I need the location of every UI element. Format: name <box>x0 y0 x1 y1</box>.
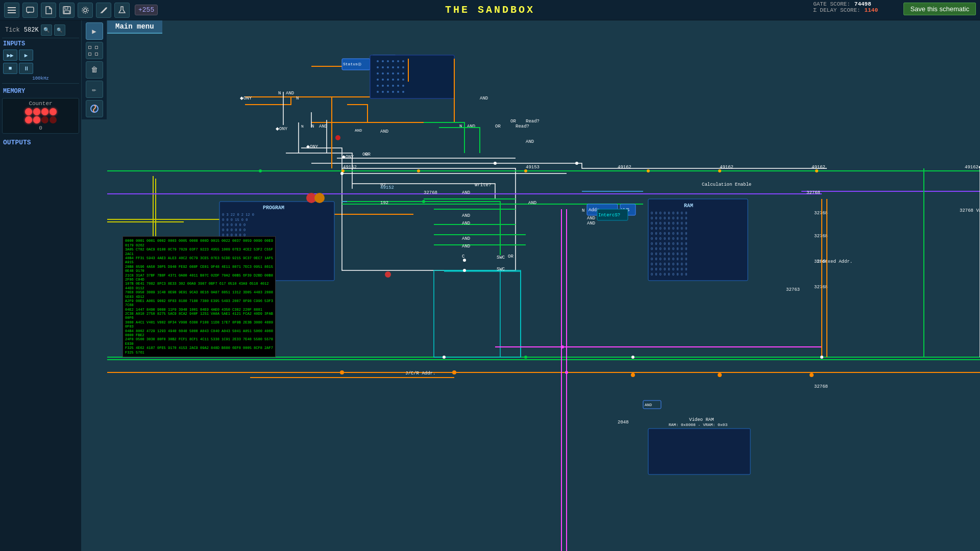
svg-text:IntercS?: IntercS? <box>598 213 620 218</box>
svg-point-51 <box>402 85 404 87</box>
svg-point-113 <box>314 193 325 203</box>
svg-point-45 <box>402 79 404 81</box>
counter-dot-6 <box>33 116 40 123</box>
svg-text:C: C <box>462 254 465 259</box>
svg-point-22 <box>377 60 379 62</box>
svg-point-163 <box>575 162 578 165</box>
svg-point-179 <box>718 373 722 377</box>
svg-text:49162: 49162 <box>720 165 733 170</box>
svg-point-40 <box>377 79 379 81</box>
counter-dot-7 <box>41 116 48 123</box>
svg-text:N: N <box>301 124 304 129</box>
delete-tool-button[interactable]: 🗑 <box>86 61 103 79</box>
svg-point-168 <box>631 356 634 359</box>
svg-text:AND: AND <box>480 96 488 101</box>
left-tools: ▶ 🗑 ✏ <box>82 20 107 119</box>
pause-button[interactable]: ⏸ <box>19 63 33 74</box>
canvas-area[interactable]: Main menu <box>107 20 980 551</box>
svg-text:AND: AND <box>587 216 595 221</box>
svg-point-56 <box>397 91 399 93</box>
svg-text:32768: 32768 <box>424 190 437 195</box>
svg-text:OR: OR <box>495 124 501 129</box>
svg-text:AND: AND <box>319 124 327 129</box>
svg-text:Read?: Read? <box>516 124 529 129</box>
counter-dot-5 <box>25 116 32 123</box>
svg-text:◆ONY: ◆ONY <box>240 96 252 101</box>
svg-text:AND: AND <box>467 124 475 129</box>
select-tool-button[interactable]: ▶ <box>86 22 103 40</box>
svg-text:32768: 32768 <box>814 234 828 239</box>
svg-text:AND: AND <box>462 190 470 195</box>
svg-text:0 0 0 0 0 0 0 0 0: 0 0 0 0 0 0 0 0 0 <box>651 257 687 261</box>
svg-text:AND: AND <box>462 236 470 241</box>
fast-forward-button[interactable]: ▶▶ <box>3 49 17 61</box>
svg-point-159 <box>647 169 650 172</box>
wrench-button[interactable] <box>96 3 111 18</box>
tick-value: 582K <box>24 27 39 34</box>
svg-text:Read?: Read? <box>526 119 540 124</box>
svg-text:AND: AND <box>462 221 470 226</box>
hamburger-menu-button[interactable] <box>4 3 19 18</box>
svg-point-8 <box>82 7 88 13</box>
svg-point-23 <box>382 60 384 62</box>
main-menu-bar[interactable]: Main menu <box>107 20 162 34</box>
inputs-label: INPUTS <box>2 38 79 48</box>
counter-dots <box>5 108 77 123</box>
play-button[interactable]: ▶ <box>19 49 33 61</box>
file-button[interactable] <box>41 3 56 18</box>
svg-text:0 0 0 0 0 0 0 0 0: 0 0 0 0 0 0 0 0 0 <box>651 216 687 220</box>
flask-button[interactable] <box>114 3 130 18</box>
counter-value: 0 <box>5 125 77 131</box>
svg-text:0  0  0  0  0  0: 0 0 0 0 0 0 <box>222 223 246 227</box>
svg-text:AND: AND <box>462 213 470 218</box>
svg-point-37 <box>392 72 394 74</box>
svg-text:32768: 32768 <box>814 211 828 216</box>
svg-point-31 <box>392 66 394 68</box>
svg-point-54 <box>387 91 389 93</box>
svg-text:32768: 32768 <box>806 190 820 195</box>
svg-text:Calculation Enable: Calculation Enable <box>702 182 751 187</box>
stop-button[interactable]: ■ <box>3 63 17 74</box>
svg-point-180 <box>810 373 814 377</box>
svg-point-178 <box>631 373 635 377</box>
save-schematic-button[interactable]: Save this schematic <box>903 3 976 15</box>
svg-point-26 <box>397 60 399 62</box>
svg-point-161 <box>815 169 818 172</box>
svg-point-48 <box>387 85 389 87</box>
svg-point-171 <box>422 200 425 203</box>
svg-text:AND: AND <box>587 221 595 226</box>
settings-button[interactable] <box>78 3 93 18</box>
svg-text:N: N <box>582 208 584 213</box>
svg-text:49152: 49152 <box>380 185 394 190</box>
svg-point-158 <box>524 169 527 172</box>
plus-badge: +255 <box>135 5 158 15</box>
svg-point-55 <box>392 91 394 93</box>
zoom-in-button[interactable]: 🔍 <box>41 24 52 36</box>
svg-text:◆ONY: ◆ONY <box>276 127 288 132</box>
svg-text:0 0 0 0 0 0 0 0 0: 0 0 0 0 0 0 0 0 0 <box>651 272 687 277</box>
svg-text:32768 Value: 32768 Value <box>960 208 980 213</box>
svg-point-162 <box>494 162 497 165</box>
svg-text:0 0 0 0 0 0 0 0 0: 0 0 0 0 0 0 0 0 0 <box>651 237 687 241</box>
svg-point-164 <box>340 172 344 175</box>
zoom-out-button[interactable]: 🔍 <box>54 24 65 36</box>
svg-point-36 <box>387 72 389 74</box>
svg-text:J/C/R Addr.: J/C/R Addr. <box>405 371 435 376</box>
svg-point-25 <box>392 60 394 62</box>
circle-tool-button[interactable] <box>86 100 103 117</box>
svg-point-160 <box>718 169 721 172</box>
svg-text:49162: 49162 <box>618 165 631 170</box>
svg-text:PROGRAM: PROGRAM <box>263 205 284 211</box>
svg-point-44 <box>397 79 399 81</box>
wire-tool-button[interactable] <box>86 42 103 59</box>
pencil-tool-button[interactable]: ✏ <box>86 81 103 98</box>
svg-point-166 <box>463 269 466 272</box>
counter-dot-4 <box>50 108 57 115</box>
toolbar: +255 THE SANDBOX GATE SCORE: 74498 Σ DEL… <box>0 0 980 20</box>
svg-point-52 <box>377 91 379 93</box>
svg-point-49 <box>392 85 394 87</box>
svg-text:0  0  0  15  0  0: 0 0 0 15 0 0 <box>222 218 248 222</box>
memory-dump: 0000 0001 0001 0002 0003 0005 0008 000D … <box>122 236 276 357</box>
chat-button[interactable] <box>22 3 38 18</box>
save-file-button[interactable] <box>59 3 75 18</box>
